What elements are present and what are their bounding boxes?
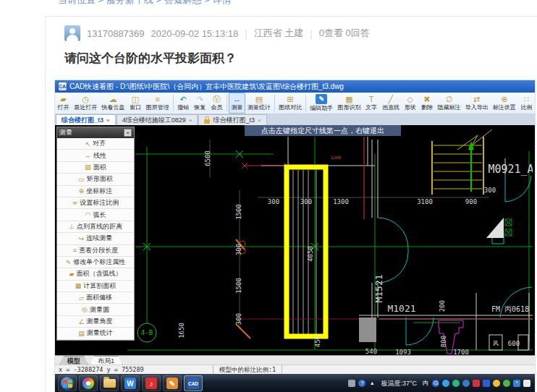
tool-icon: ≡ — [73, 247, 77, 254]
tab-close-icon[interactable]: × — [106, 117, 110, 124]
measure-tool-item[interactable]: ▱面积偏移 — [57, 292, 134, 304]
dimension-label: 600 — [508, 340, 520, 347]
measure-tool-item[interactable]: ▤测量统计 — [57, 328, 134, 339]
gear-tray-icon[interactable] — [462, 380, 470, 387]
tool-icon: ∠ — [78, 318, 84, 325]
measure-panel: 测量 × ↖对齐↔线性▨面积▭矩形面积⊕坐标标注≍设置标注比例◠弧长⊥点到直线的… — [56, 127, 135, 341]
measure-panel-titlebar[interactable]: 测量 × — [57, 127, 134, 138]
toolbar-button-open[interactable]: ▰打开 — [55, 93, 72, 114]
toolbar-button-redo[interactable]: ↷恢复 — [192, 93, 208, 114]
tool-label: 坐标标注 — [86, 187, 112, 196]
doc-tab[interactable]: 综合楼打图_t3× — [56, 114, 116, 125]
toolbar-button-text[interactable]: T文字 — [363, 93, 380, 114]
tool-label: 设置标注比例 — [80, 198, 119, 208]
toolbar-button-measure[interactable]: ↔测量 — [229, 93, 245, 114]
green-tray-icon[interactable] — [452, 380, 460, 387]
divider: | — [310, 28, 312, 39]
toolbar-button-delete[interactable]: ✖删除 — [418, 93, 435, 114]
document-tray-icon[interactable] — [523, 380, 530, 387]
toolbar-separator — [173, 95, 174, 111]
toolbar-button-window[interactable]: ◫窗口 — [127, 93, 143, 114]
measure-tool-item[interactable]: ∠测量角度 — [57, 316, 134, 328]
toolbar-button-shape[interactable]: ◇形状 — [402, 93, 418, 114]
cad-drawing-area[interactable]: 650015003001500300165030030013003100900M… — [55, 125, 535, 355]
explorer-taskbar-button[interactable] — [100, 375, 119, 391]
toolbar-button-measure-stats[interactable]: ▤测量统计 — [245, 93, 273, 114]
text-icon: T — [369, 95, 374, 103]
toolbar-button-cloud[interactable]: ☁快看云盘 — [99, 93, 127, 114]
tool-icon: ◎ — [82, 306, 88, 313]
username[interactable]: 13170887369 — [87, 28, 145, 39]
shield-tray-icon[interactable] — [483, 380, 490, 387]
redo-icon: ↷ — [197, 95, 203, 103]
measure-tool-item[interactable]: ≡查看分段长度 — [57, 245, 134, 257]
doc-tab[interactable]: 4综合楼结施竣工0829× — [117, 114, 198, 125]
toolbar-label: 图层管理 — [146, 103, 169, 111]
green-ball-tray-icon[interactable] — [503, 380, 510, 387]
toolbar-button-annotation-settings[interactable]: ⊕标注设置 — [491, 93, 518, 114]
sheet-tab-active[interactable]: 模型 — [59, 356, 88, 365]
measure-tool-item[interactable]: ▨面积 — [57, 162, 134, 174]
measure-tool-item[interactable]: ↪连续测量 — [57, 233, 134, 244]
toolbar-button-draw-line[interactable]: ╱画直线 — [380, 93, 402, 114]
music-taskbar-button[interactable]: ♪ — [142, 375, 161, 391]
tool-icon: ▰ — [69, 270, 75, 278]
dimension-label: 540 — [365, 348, 377, 355]
toolbar-label: 图形识别 — [337, 103, 360, 111]
tab-close-icon[interactable]: × — [258, 117, 261, 124]
dimension-label: 3100 — [417, 198, 433, 205]
measure-tool-item[interactable]: ▦计算割面积 — [57, 281, 134, 292]
measure-tool-item[interactable]: ↔线性 — [57, 150, 134, 161]
measure-tool-item[interactable]: ◎测量圆 — [57, 304, 134, 315]
open-icon: ▰ — [60, 95, 66, 103]
doc-tab[interactable]: 综合楼打图_t3× — [198, 114, 266, 125]
measure-tool-item[interactable]: ≍设置标注比例 — [57, 197, 134, 209]
notes-taskbar-button[interactable]: ✎ — [163, 375, 182, 391]
toolbar-button-compare[interactable]: ⊞图纸对比 — [276, 93, 304, 114]
toolbar-button-hide-annotation[interactable]: ∅隐藏标注 — [435, 93, 462, 114]
yellow-tray-icon[interactable] — [493, 380, 500, 387]
ime-icon[interactable]: 内 — [422, 380, 429, 387]
blue-tray-icon[interactable] — [442, 380, 449, 387]
measure-tool-item[interactable]: ▰面积（含弧线） — [57, 268, 134, 280]
undo-icon: ↶ — [180, 95, 187, 103]
toolbar-button-import-export[interactable]: ⇄导入导出 — [463, 93, 491, 114]
toolbar-button-undo[interactable]: ↶撤销 — [175, 93, 192, 114]
g-tray-icon[interactable]: G — [432, 380, 439, 387]
toolbar-button-scale[interactable]: ∷比例 — [518, 93, 535, 114]
briefcase-tray-icon[interactable] — [348, 380, 355, 387]
sheet-tab-inactive[interactable]: 布局1 — [90, 356, 122, 365]
measure-tool-item[interactable]: ↖对齐 — [57, 138, 134, 150]
tab-close-icon[interactable]: × — [189, 117, 193, 124]
panel-close-icon[interactable]: × — [124, 129, 132, 137]
browser-taskbar-button[interactable] — [79, 375, 98, 391]
hide-annotation-icon: ∅ — [446, 95, 453, 103]
toolbar-button-shape-recognize[interactable]: ▦图形识别 — [335, 93, 363, 114]
breadcrumb[interactable]: 当前位置 > 服务新干线 > 答疑解惑 > 详情 — [58, 0, 231, 7]
toolbar-button-vip[interactable]: Ⓥ会员 — [208, 93, 225, 114]
measure-tool-item[interactable]: ⊕坐标标注 — [57, 186, 134, 197]
wps-taskbar-button[interactable]: W — [121, 375, 140, 391]
help-tray-icon[interactable]: ? — [358, 380, 365, 387]
cad-taskbar-button[interactable]: CAD — [184, 375, 203, 391]
toolbar-label: 导入导出 — [465, 103, 489, 111]
compare-icon: ⊞ — [287, 95, 294, 103]
start-taskbar-button[interactable] — [58, 375, 77, 391]
system-tray: ?▴ 板温度:37°C 内G* — [348, 374, 535, 392]
toolbar-button-recent[interactable]: ◷最近打开 — [72, 93, 99, 114]
tool-icon: ⊕ — [79, 187, 85, 195]
measure-tool-item[interactable]: ✎修改单个标注属性 — [57, 257, 134, 268]
toolbar-button-edit-assistant[interactable]: ✎编辑助手 — [308, 93, 335, 114]
question-card: 13170887369 2020-09-02 15:13:18 | 江西省 土建… — [45, 16, 537, 392]
red-tray-icon[interactable] — [473, 380, 480, 387]
temperature-readout: 板温度:37°C — [381, 379, 417, 388]
measure-tool-item[interactable]: ⊥点到直线的距离 — [57, 221, 134, 233]
show-hidden-icons[interactable]: ▴ — [368, 380, 376, 387]
measure-tool-item[interactable]: ▭矩形面积 — [57, 174, 134, 185]
measure-tool-item[interactable]: ◠弧长 — [57, 209, 134, 221]
cad-titlebar[interactable]: CAD CAD快速看图 - D:\图纸\中医院\（合同内）宜丰中医院建筑\发蓝图… — [55, 80, 535, 93]
bluetooth-icon[interactable]: * — [513, 380, 520, 387]
tool-label: 测量圆 — [90, 305, 109, 315]
toolbar-button-layers[interactable]: ≡图层管理 — [144, 93, 172, 114]
measure-tool-list: ↖对齐↔线性▨面积▭矩形面积⊕坐标标注≍设置标注比例◠弧长⊥点到直线的距离↪连续… — [57, 138, 134, 340]
